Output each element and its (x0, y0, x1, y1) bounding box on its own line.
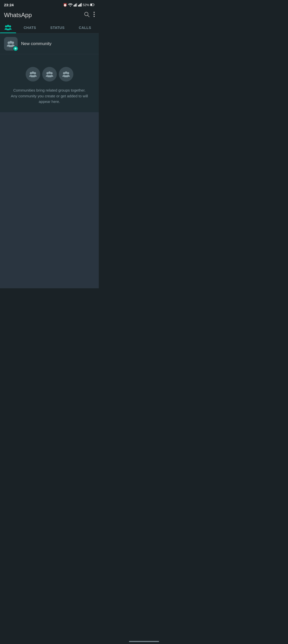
community-icon (5, 25, 12, 30)
group-icon (7, 41, 15, 47)
add-community-badge: + (13, 46, 18, 51)
empty-state: Communities bring related groups togethe… (0, 54, 99, 112)
status-bar: 23:24 ⏰ (0, 0, 99, 9)
tab-bar: CHATS STATUS CALLS (0, 22, 99, 33)
empty-icon-1 (26, 67, 40, 82)
svg-point-22 (32, 71, 34, 74)
empty-icon-2 (42, 67, 57, 82)
battery-icon (90, 3, 95, 6)
svg-point-28 (65, 71, 67, 74)
svg-point-25 (48, 71, 51, 74)
tab-status[interactable]: STATUS (44, 22, 71, 33)
signal-icon-1 (74, 3, 77, 7)
header-actions (84, 12, 95, 19)
svg-line-11 (88, 15, 89, 17)
app-title: WhatsApp (4, 12, 32, 19)
tab-chats[interactable]: CHATS (16, 22, 44, 33)
status-time: 23:24 (4, 3, 14, 7)
tab-community[interactable] (0, 22, 16, 33)
svg-rect-7 (81, 3, 82, 7)
svg-point-29 (67, 72, 69, 74)
svg-rect-0 (74, 5, 74, 7)
empty-icons-row (26, 67, 73, 82)
signal-icon-2 (78, 3, 82, 7)
battery-percentage: 52% (83, 3, 89, 7)
svg-rect-4 (78, 5, 79, 7)
svg-point-15 (5, 25, 7, 27)
empty-description: Communities bring related groups togethe… (10, 88, 89, 105)
svg-point-23 (34, 72, 36, 74)
status-icons: ⏰ 52% (63, 3, 95, 7)
new-community-button[interactable]: + New community (0, 33, 99, 54)
svg-point-20 (12, 42, 14, 44)
app-header: WhatsApp (0, 9, 99, 22)
svg-point-26 (50, 72, 53, 74)
svg-rect-1 (75, 4, 75, 7)
svg-point-14 (93, 16, 95, 17)
wifi-icon (68, 3, 73, 7)
svg-point-13 (93, 14, 95, 15)
tab-calls[interactable]: CALLS (71, 22, 99, 33)
svg-rect-2 (76, 4, 76, 7)
empty-icon-3 (59, 67, 73, 82)
main-body (0, 112, 99, 288)
search-button[interactable] (84, 12, 89, 19)
svg-point-17 (9, 25, 11, 27)
svg-rect-3 (77, 3, 77, 7)
community-icon-wrap: + (4, 37, 18, 51)
alarm-icon: ⏰ (63, 3, 67, 7)
svg-rect-5 (79, 4, 80, 7)
svg-rect-6 (80, 4, 81, 7)
new-community-label: New community (21, 41, 52, 46)
svg-point-12 (93, 12, 95, 13)
more-options-button[interactable] (93, 12, 95, 19)
svg-rect-9 (91, 4, 92, 6)
svg-point-16 (7, 25, 9, 27)
